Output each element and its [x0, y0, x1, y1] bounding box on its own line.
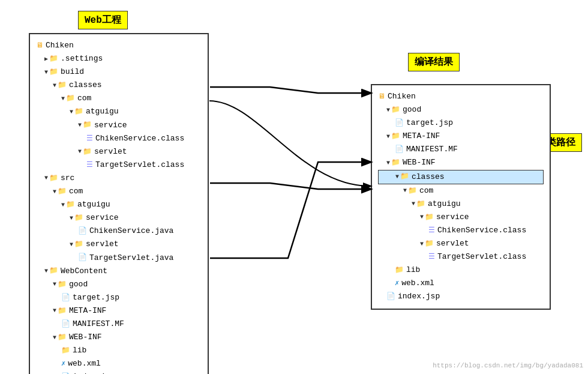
item-label: com	[77, 92, 91, 105]
list-item: ▼ 📁 atguigu	[378, 198, 544, 211]
expand-icon: ▼	[44, 266, 48, 276]
item-label: index.jsp	[398, 290, 440, 303]
jsp-icon: 📄	[395, 117, 404, 129]
folder-icon: 📁	[49, 265, 58, 277]
folder-icon: 📁	[74, 212, 83, 224]
folder-icon: 📁	[58, 79, 67, 91]
tree-root-label: Chiken	[388, 90, 416, 103]
item-label: MANIFEST.MF	[73, 318, 124, 331]
folder-icon: 📁	[49, 66, 58, 78]
folder-icon: 📁	[83, 146, 92, 158]
item-label: web.xml	[401, 277, 434, 290]
item-label: atguigu	[86, 105, 119, 118]
list-item: 📄 index.jsp	[36, 370, 202, 374]
list-item: ☰ ChikenService.class	[36, 132, 202, 145]
folder-icon: 📁	[49, 53, 58, 65]
item-label: TargetServlet.class	[95, 158, 184, 172]
folder-icon: 📁	[408, 185, 417, 197]
list-item: ▼ 📁 classes	[36, 79, 202, 92]
list-item: ▼ 📁 build	[36, 65, 202, 79]
class-icon: ☰	[428, 225, 435, 237]
class-icon: ☰	[428, 251, 435, 263]
list-item: ▼ 📁 WEB-INF	[36, 331, 202, 344]
expand-icon: ▼	[386, 158, 390, 168]
java-icon: 📄	[78, 225, 87, 237]
expand-icon: ▼	[420, 212, 424, 222]
list-item: ▶ 📁 .settings	[36, 52, 202, 65]
list-item: ✗ web.xml	[36, 357, 202, 370]
item-label: classes	[69, 79, 102, 92]
item-label: atguigu	[77, 198, 110, 211]
expand-icon: ▼	[70, 107, 73, 117]
item-label: target.jsp	[406, 116, 453, 130]
item-label: classes	[412, 170, 445, 184]
item-label: ChikenService.class	[437, 224, 526, 237]
list-item: 📄 MANIFEST.MF	[378, 143, 544, 156]
list-item: ▼ 📁 servlet	[36, 238, 202, 251]
item-label: service	[94, 119, 127, 132]
item-label: TargetServlet.class	[437, 250, 526, 264]
folder-icon: 📁	[58, 185, 67, 198]
folder-icon: 📁	[416, 198, 425, 210]
file-icon: 📄	[61, 318, 70, 330]
item-label: WebContent	[61, 265, 107, 278]
folder-icon: 🖥	[378, 91, 385, 103]
item-label: META-INF	[69, 304, 106, 318]
left-tree: 🖥 Chiken ▶ 📁 .settings ▼ 📁 build ▼ 📁 cla…	[29, 33, 209, 374]
item-label: service	[436, 211, 469, 224]
item-label: MANIFEST.MF	[406, 143, 458, 156]
list-item: ▼ 📁 com	[36, 185, 202, 198]
list-item: ▼ 📁 src	[36, 172, 202, 185]
item-label: src	[61, 172, 74, 185]
tree-root-label: Chiken	[46, 39, 74, 52]
expand-icon: ▼	[53, 187, 56, 197]
folder-icon: 📁	[391, 157, 400, 169]
list-item: 📄 target.jsp	[378, 116, 544, 130]
item-label: atguigu	[428, 198, 461, 211]
list-item: ▼ 📁 service	[36, 119, 202, 132]
expand-icon: ▼	[70, 240, 73, 250]
expand-icon: ▼	[403, 185, 407, 196]
xml-icon: ✗	[395, 277, 399, 289]
folder-icon: 📁	[74, 238, 83, 250]
folder-icon: 📁	[66, 199, 75, 211]
right-tree: 🖥 Chiken ▼ 📁 good 📄 target.jsp ▼ 📁 META-…	[371, 84, 551, 310]
item-label: good	[69, 278, 88, 291]
expand-icon: ▼	[78, 146, 82, 157]
item-label: .settings	[61, 52, 103, 65]
list-item: 📄 MANIFEST.MF	[36, 318, 202, 331]
folder-icon: 📁	[58, 305, 67, 317]
class-icon: ☰	[86, 159, 93, 171]
expand-icon: ▼	[53, 80, 56, 91]
folder-icon: 📁	[395, 264, 404, 276]
expand-icon: ▼	[412, 199, 415, 209]
list-item: ▼ 📁 servlet	[36, 145, 202, 158]
list-item: ▼ 📁 atguigu	[36, 105, 202, 118]
item-label: target.jsp	[73, 291, 119, 304]
item-label: ChikenService.class	[95, 132, 184, 145]
list-item: 📄 target.jsp	[36, 291, 202, 304]
compile-result-label: 编译结果	[408, 53, 460, 71]
item-label: service	[86, 211, 119, 225]
expand-icon: ▼	[61, 200, 65, 210]
list-item: ☰ TargetServlet.class	[36, 158, 202, 172]
list-item: ▼ 📁 com	[378, 184, 544, 198]
expand-icon: ▼	[78, 120, 82, 130]
xml-icon: ✗	[61, 358, 65, 370]
item-label: web.xml	[68, 357, 101, 370]
expand-icon: ▼	[420, 239, 424, 249]
jsp-icon: 📄	[386, 291, 395, 303]
tree-root: 🖥 Chiken	[36, 39, 202, 52]
folder-icon: 📁	[425, 211, 434, 223]
item-label: index.jsp	[73, 370, 115, 374]
list-item: ▼ 📁 service	[36, 211, 202, 225]
list-item: ▼ 📁 META-INF	[378, 130, 544, 143]
list-item: ▼ 📁 com	[36, 92, 202, 105]
file-icon: 📄	[395, 143, 404, 155]
expand-icon: ▼	[395, 172, 399, 182]
item-label: WEB-INF	[403, 156, 436, 169]
item-label: META-INF	[403, 130, 440, 143]
item-label: servlet	[86, 238, 119, 251]
expand-icon: ▼	[53, 306, 56, 316]
item-label: servlet	[436, 237, 469, 250]
